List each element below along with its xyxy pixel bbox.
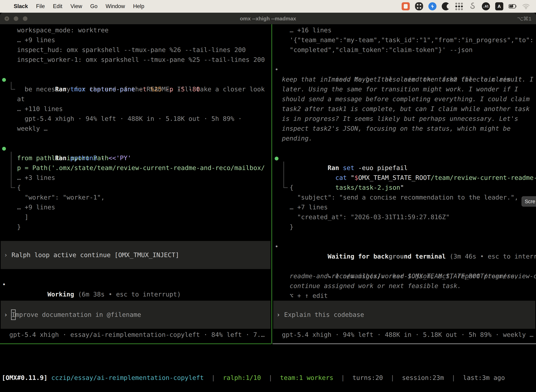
thinking-line: •I need to get the claim token from the … — [273, 65, 536, 75]
output-line: '{"team_name":"my-team","task_id":"1","f… — [273, 35, 536, 45]
working-status: •Working (6m 38s • esc to interrupt) — [0, 280, 271, 289]
prompt-input[interactable]: › Improve documentation in @filename — [1, 301, 270, 329]
run-bullet-icon: ● — [2, 143, 6, 153]
output-line: } — [0, 222, 271, 232]
model-status-line: gpt-5.4 xhigh · essay/ai-reimplementatio… — [0, 330, 271, 340]
chat-app-icon[interactable] — [402, 2, 410, 10]
menu-bar: Slack File Edit View Go Window Help ..61… — [0, 0, 536, 13]
output-line: ] — [0, 212, 271, 222]
output-line: } — [273, 222, 536, 232]
run-bullet-icon: ● — [275, 153, 278, 163]
minimize-button[interactable] — [14, 16, 18, 21]
menu-status-icons: ..61 A — [402, 2, 530, 10]
terminal-content: workspace_mode: worktree … +9 lines insp… — [0, 24, 536, 392]
battery-icon[interactable] — [509, 2, 517, 10]
crescent-icon[interactable] — [442, 2, 450, 10]
omx-status-line: [OMX#0.11.9] cczip/essay/ai-reimplementa… — [2, 373, 505, 383]
pane-border-inactive — [273, 344, 536, 344]
menu-item-view[interactable]: View — [70, 3, 82, 9]
thinking-line: inspect task2's JSON, focusing on the st… — [273, 124, 536, 134]
output-line: workspace_mode: worktree — [0, 25, 271, 35]
status-bullet-icon: • — [275, 242, 278, 252]
menu-item-help[interactable]: Help — [133, 3, 144, 9]
menu-item-edit[interactable]: Edit — [53, 3, 62, 9]
dots-grid-icon[interactable] — [455, 2, 463, 10]
pane-hud-worker[interactable]: … +16 lines '{"team_name":"my-team","tas… — [273, 24, 536, 344]
output-line: weekly … — [0, 124, 271, 134]
output-line: { — [0, 183, 271, 192]
bolt-circle-icon[interactable] — [428, 2, 436, 10]
status-bullet-icon: • — [2, 280, 6, 289]
prompt-chevron-icon: › — [277, 310, 280, 320]
keyboard-layout-icon[interactable]: A — [495, 2, 503, 10]
omx-repo: cczip/essay/ai-reimplementation-copyleft — [51, 374, 204, 381]
mailbox-notice-line: readme-and-reco/mailbox/worker-1.json, a… — [273, 271, 536, 281]
prompt-chevron-icon: › — [4, 310, 8, 320]
command-line-python: ●Ran python3 - <<'PY' — [0, 143, 271, 153]
terminal-window: omx --xhigh --madmax ⌥⌘1 workspace_mode:… — [0, 13, 536, 392]
prompt-placeholder: mprove documentation in @filename — [15, 310, 141, 320]
omx-team: team:1 workers — [280, 374, 333, 381]
output-line: inspect_hud: omx sparkshell --tmux-pane … — [0, 45, 271, 55]
run-bullet-icon: ● — [2, 75, 6, 84]
squiggle-icon[interactable] — [469, 2, 477, 10]
command-line-set: ●Ran set -euo pipefail — [273, 153, 536, 163]
omx-ralph: ralph:1/10 — [223, 374, 261, 381]
omx-turns: turns:20 — [352, 374, 383, 381]
output-connector — [283, 162, 288, 188]
count-badge-icon[interactable]: ..61 — [482, 2, 490, 10]
output-line: … +110 lines — [0, 104, 271, 114]
edit-hint: ⌥ + ↑ edit — [273, 291, 536, 301]
pane-divider[interactable] — [271, 24, 273, 344]
close-button[interactable] — [5, 16, 9, 21]
thinking-line: is in progress? It seems likely but perh… — [273, 114, 536, 124]
pane-border-active — [0, 344, 271, 344]
window-shortcut: ⌥⌘1 — [517, 16, 531, 22]
wifi-icon[interactable] — [522, 2, 530, 10]
output-line: … +7 lines — [273, 202, 536, 212]
thinking-line: should send a message before completing … — [273, 94, 536, 104]
menu-item-file[interactable]: File — [36, 3, 45, 9]
mailbox-notice-line: continue assigned work or next feasible … — [273, 281, 536, 291]
model-status-line: gpt-5.4 xhigh · 94% left · 488K in · 5.1… — [273, 330, 536, 340]
menu-item-go[interactable]: Go — [90, 3, 97, 9]
prompt-input[interactable]: › Explain this codebase — [273, 301, 535, 329]
output-line: gpt-5.4 xhigh · 94% left · 488K in · 5.1… — [0, 114, 271, 124]
chevron-icon: › — [4, 250, 8, 260]
tooltip-scre: Scre — [522, 196, 536, 206]
menu-app-name[interactable]: Slack — [14, 3, 28, 9]
output-line: … +9 lines — [0, 35, 271, 45]
code-line: … +3 lines — [0, 173, 271, 183]
output-line: "created_at": "2026-03-31T11:59:27.816Z" — [273, 212, 536, 222]
omx-last: last:3m ago — [463, 374, 505, 381]
pane-hud-main[interactable]: workspace_mode: worktree … +9 lines insp… — [0, 24, 271, 344]
output-connector — [11, 152, 15, 188]
omx-version: [OMX#0.11.9] — [2, 374, 48, 381]
desktop: Slack File Edit View Go Window Help ..61… — [0, 0, 536, 392]
text-cursor: I — [11, 310, 15, 320]
grid-shield-icon[interactable] — [415, 2, 423, 10]
output-line: … +9 lines — [0, 202, 271, 212]
thinking-line: pending. — [273, 134, 536, 143]
output-line: "completed","claim_token":"claim-token"}… — [273, 45, 536, 55]
thinking-line: task2 after task1 is complete, but can I… — [273, 104, 536, 114]
traffic-lights — [5, 13, 27, 24]
thinking-bullet-icon: • — [275, 65, 278, 75]
command-line-tmux: ●Ran tmux capture-pane -t %25 -p -S -80 — [0, 75, 271, 84]
output-connector — [11, 82, 15, 89]
output-line: "subject": "send a concise recommendatio… — [273, 192, 536, 202]
output-line: … +16 lines — [273, 25, 536, 35]
window-titlebar[interactable]: omx --xhigh --madmax ⌥⌘1 — [0, 13, 536, 24]
prompt-placeholder: Explain this codebase — [284, 310, 364, 320]
output-line: "worker": "worker-1", — [0, 192, 271, 202]
window-title: omx --xhigh --madmax — [240, 16, 296, 22]
output-line: inspect_worker-1: omx sparkshell --tmux-… — [0, 55, 271, 65]
waiting-status: •Waiting for background terminal (3m 46s… — [273, 242, 536, 252]
omx-session: session:23m — [402, 374, 444, 381]
zoom-button[interactable] — [23, 16, 27, 21]
inject-notice: › Ralph loop active continue [OMX_TMUX_I… — [1, 241, 270, 269]
menu-item-window[interactable]: Window — [105, 3, 125, 9]
